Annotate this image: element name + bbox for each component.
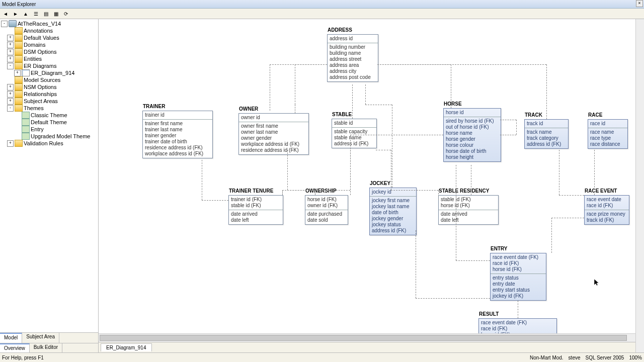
tree-node[interactable]: +DSM Options bbox=[0, 48, 98, 55]
tree-node[interactable]: +Upgraded Model Theme bbox=[0, 133, 98, 140]
tree-node[interactable]: +Classic Theme bbox=[0, 112, 98, 119]
entity-attrs: stable capacitystable nameaddress id (FK… bbox=[332, 128, 376, 148]
tree-node[interactable]: +Relationships bbox=[0, 90, 98, 98]
entity-owner[interactable]: OWNERowner idowner first nameowner last … bbox=[238, 113, 309, 155]
relationship-line bbox=[471, 165, 471, 195]
entity-pk: race event daterace id (FK) bbox=[585, 196, 629, 210]
folder-icon bbox=[15, 98, 23, 105]
expand-icon[interactable]: - bbox=[7, 105, 14, 112]
expand-icon[interactable]: + bbox=[7, 84, 14, 90]
grid-icon[interactable]: ▦ bbox=[51, 9, 60, 18]
expand-icon[interactable]: - bbox=[1, 21, 8, 27]
expand-icon[interactable]: + bbox=[7, 35, 14, 41]
tree-node[interactable]: -Themes bbox=[0, 105, 98, 112]
entity-title: ADDRESS bbox=[328, 27, 352, 33]
entity-result[interactable]: RESULTrace event date (FK)race id (FK)ho… bbox=[478, 318, 557, 333]
entity-address[interactable]: ADDRESSaddress idbuilding numberbuilding… bbox=[327, 34, 378, 82]
tree-node[interactable]: +Validation Rules bbox=[0, 140, 98, 147]
expand-icon[interactable]: + bbox=[7, 42, 14, 48]
folder-icon bbox=[15, 90, 23, 98]
refresh-icon[interactable]: ⟳ bbox=[61, 9, 70, 18]
window-title: Model Explorer bbox=[2, 2, 36, 7]
attr: stable capacity bbox=[334, 129, 374, 135]
tree-node[interactable]: +Entities bbox=[0, 55, 98, 62]
entity-jockey[interactable]: JOCKEYjockey idjockey first namejockey l… bbox=[369, 188, 417, 235]
folder-icon bbox=[15, 34, 23, 41]
entity-title: RESULT bbox=[479, 311, 499, 317]
attr: residence address id (FK) bbox=[145, 145, 210, 151]
tree-node[interactable]: -AtTheRaces_V14 bbox=[0, 20, 98, 27]
attr: owner id bbox=[241, 115, 306, 121]
close-icon[interactable]: × bbox=[636, 0, 643, 7]
entity-track[interactable]: TRACKtrack idtrack nametrack categoryadd… bbox=[524, 119, 569, 149]
expand-icon[interactable]: + bbox=[7, 98, 14, 105]
attr: building name bbox=[330, 50, 376, 56]
tree-node[interactable]: -ER Diagrams bbox=[0, 62, 98, 69]
tab-overview[interactable]: Overview bbox=[0, 343, 30, 352]
tree-label: Subject Areas bbox=[24, 98, 58, 104]
er-diagram-canvas[interactable]: ADDRESSaddress idbuilding numberbuilding… bbox=[99, 19, 635, 333]
tree-node[interactable]: +Default Values bbox=[0, 34, 98, 41]
attr: address id bbox=[330, 36, 376, 42]
horizontal-scrollbar[interactable] bbox=[99, 333, 635, 342]
expand-icon[interactable]: + bbox=[7, 91, 14, 98]
tree-label: Validation Rules bbox=[24, 140, 63, 146]
attr: horse date of birth bbox=[446, 148, 499, 154]
up-icon[interactable]: ▲ bbox=[21, 9, 30, 18]
tab-bulk-editor[interactable]: Bulk Editor bbox=[30, 343, 62, 352]
expand-icon[interactable]: - bbox=[7, 63, 14, 69]
entity-stable_residency[interactable]: STABLE RESIDENCYstable id (FK)horse id (… bbox=[438, 195, 499, 225]
entity-title: OWNERSHIP bbox=[305, 188, 337, 194]
entity-attrs: sired by horse id (FK)out of horse id (F… bbox=[444, 117, 501, 161]
attr: horse id (FK) bbox=[441, 203, 496, 209]
tree-node[interactable]: +Default Theme bbox=[0, 119, 98, 126]
tree-node[interactable]: +Annotations bbox=[0, 27, 98, 34]
tree-node[interactable]: +ER_Diagram_914 bbox=[0, 69, 98, 76]
model-tree[interactable]: -AtTheRaces_V14+Annotations+Default Valu… bbox=[0, 19, 98, 332]
entity-race[interactable]: RACErace idrace namerace typerace distan… bbox=[588, 119, 628, 149]
attr: horse colour bbox=[446, 142, 499, 148]
entity-title: TRAINER bbox=[143, 104, 165, 109]
tab-subject-area[interactable]: Subject Area bbox=[22, 333, 59, 343]
tree-label: Annotations bbox=[24, 28, 53, 34]
status-user: steve bbox=[569, 355, 581, 360]
vertical-scrollbar[interactable] bbox=[635, 19, 644, 352]
entity-trainer_tenure[interactable]: TRAINER TENUREtrainer id (FK)stable id (… bbox=[228, 195, 283, 225]
toggle-icon[interactable]: ☰ bbox=[31, 9, 40, 18]
fwd-icon[interactable]: ► bbox=[11, 9, 20, 18]
tab-model[interactable]: Model bbox=[0, 333, 22, 343]
attr: trainer first name bbox=[145, 121, 210, 127]
relationship-line bbox=[456, 260, 490, 261]
entity-stable[interactable]: STABLEstable idstable capacitystable nam… bbox=[332, 119, 377, 148]
folder-icon bbox=[15, 76, 23, 83]
relationship-line bbox=[365, 84, 366, 105]
tree-node[interactable]: +Domains bbox=[0, 41, 98, 48]
expand-icon[interactable]: + bbox=[7, 140, 14, 147]
expand-icon[interactable]: + bbox=[14, 70, 21, 76]
attr: race id bbox=[590, 121, 625, 127]
relationship-line bbox=[516, 120, 517, 135]
tree-node[interactable]: +Subject Areas bbox=[0, 98, 98, 105]
cursor-icon bbox=[594, 279, 599, 286]
tree-node[interactable]: +Entry bbox=[0, 126, 98, 133]
entity-race_event[interactable]: RACE EVENTrace event daterace id (FK)rac… bbox=[584, 195, 629, 225]
entity-entry[interactable]: ENTRYrace event date (FK)race id (FK)hor… bbox=[490, 253, 546, 301]
expand-icon[interactable]: + bbox=[7, 56, 14, 62]
entity-ownership[interactable]: OWNERSHIPhorse id (FK)owner id (FK)date … bbox=[305, 195, 348, 225]
attr: stable id (FK) bbox=[441, 197, 496, 203]
expand-icon[interactable]: + bbox=[7, 49, 14, 55]
relationship-line bbox=[551, 218, 584, 218]
entity-pk: owner id bbox=[239, 114, 308, 122]
relationship-line bbox=[352, 84, 353, 119]
relationship-line bbox=[500, 120, 516, 120]
tree-label: Default Theme bbox=[31, 119, 67, 125]
list-icon[interactable]: ▤ bbox=[41, 9, 50, 18]
entity-horse[interactable]: HORSEhorse idsired by horse id (FK)out o… bbox=[443, 108, 501, 162]
entity-trainer[interactable]: TRAINERtrainer idtrainer first nametrain… bbox=[142, 111, 213, 158]
attr: horse name bbox=[446, 130, 499, 136]
attr: horse id (FK) bbox=[493, 266, 544, 273]
canvas-tab-diagram[interactable]: ER_Diagram_914 bbox=[101, 343, 152, 351]
back-icon[interactable]: ◄ bbox=[1, 9, 10, 18]
tree-node[interactable]: +Model Sources bbox=[0, 76, 98, 83]
tree-node[interactable]: +NSM Options bbox=[0, 83, 98, 90]
